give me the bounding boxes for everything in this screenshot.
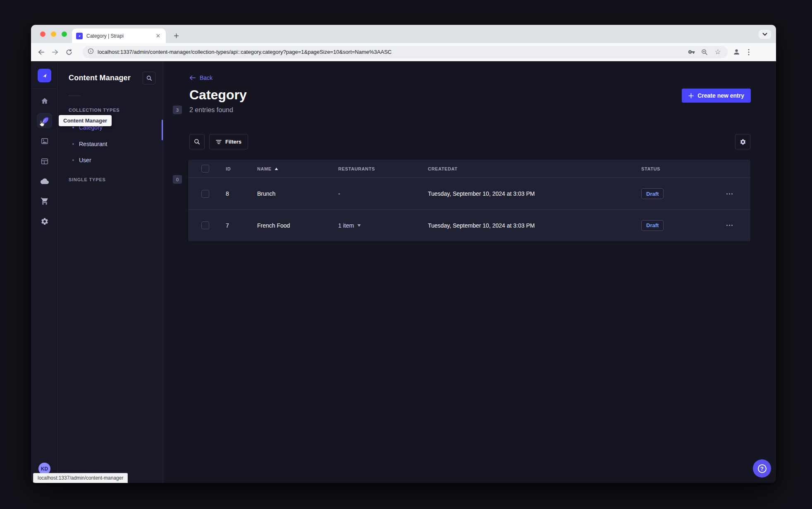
select-all-checkbox[interactable] — [201, 165, 209, 173]
subnav-divider — [69, 96, 81, 96]
minimize-window-button[interactable] — [51, 31, 56, 37]
subnav-search-button[interactable] — [143, 72, 155, 84]
tab-search-chevron-icon[interactable] — [759, 30, 771, 39]
cell-name: Brunch — [257, 190, 338, 197]
tab-close-icon[interactable] — [155, 32, 162, 39]
header-name[interactable]: NAME — [257, 166, 338, 171]
filters-button-label: Filters — [225, 139, 241, 145]
status-badge: Draft — [641, 188, 664, 199]
row-checkbox[interactable] — [201, 221, 209, 229]
passwords-key-icon[interactable] — [686, 47, 696, 57]
cell-restaurants-expand[interactable]: 1 item — [338, 222, 428, 229]
main-content: Back Category 2 entries found Create new… — [163, 62, 776, 483]
filters-button[interactable]: Filters — [209, 134, 248, 149]
strapi-app: KD Content Manager COLLECTION TYPES 3 Ca… — [31, 62, 776, 483]
cell-restaurants: - — [338, 190, 428, 197]
browser-tabstrip: Category | Strapi — [31, 25, 776, 43]
cell-id: 8 — [226, 190, 257, 197]
single-types-label: SINGLE TYPES — [69, 177, 106, 182]
header-createdat[interactable]: CREATEDAT — [428, 166, 641, 171]
cell-id: 7 — [226, 222, 257, 229]
subnav-item-label: User — [79, 157, 91, 163]
strapi-favicon-icon — [76, 33, 83, 39]
profile-avatar-icon[interactable] — [730, 46, 743, 58]
row-checkbox[interactable] — [201, 190, 209, 198]
browser-back-icon[interactable] — [35, 46, 47, 58]
subnav-item-user[interactable]: User — [69, 153, 155, 167]
filter-lines-icon — [216, 139, 222, 144]
rail-divider — [31, 88, 58, 89]
back-arrow-icon — [189, 75, 196, 81]
cloud-icon[interactable] — [37, 173, 52, 189]
question-mark-icon: ? — [758, 464, 767, 473]
table-row[interactable]: 7 French Food 1 item Tuesday, September … — [188, 209, 750, 241]
back-label: Back — [200, 74, 213, 81]
help-button[interactable]: ? — [753, 459, 771, 478]
table-header-row: ID NAME RESTAURANTS CREATEDAT STATUS — [188, 160, 750, 178]
row-actions-menu[interactable] — [724, 188, 735, 199]
close-window-button[interactable] — [40, 31, 45, 37]
home-icon[interactable] — [37, 93, 52, 108]
subnav-item-label: Restaurant — [79, 141, 107, 147]
settings-gear-icon[interactable] — [37, 214, 52, 229]
bullet-icon — [72, 143, 74, 145]
new-tab-button[interactable] — [171, 30, 182, 41]
header-id[interactable]: ID — [226, 166, 257, 171]
filters-row: Filters — [189, 134, 750, 149]
toolbar-right — [730, 46, 755, 58]
bullet-icon — [72, 127, 74, 128]
view-settings-button[interactable] — [735, 134, 750, 149]
url-text[interactable]: localhost:1337/admin/content-manager/col… — [98, 49, 683, 55]
marketplace-cart-icon[interactable] — [37, 193, 52, 209]
chevron-down-icon — [357, 224, 361, 227]
subnav-item-restaurant[interactable]: Restaurant — [69, 137, 155, 151]
browser-reload-icon[interactable] — [63, 46, 75, 58]
main-nav-rail: KD — [31, 62, 58, 483]
subnav-scroll-indicator — [162, 120, 163, 140]
plus-icon — [688, 93, 694, 98]
url-bar[interactable]: localhost:1337/admin/content-manager/col… — [83, 46, 728, 58]
browser-toolbar: localhost:1337/admin/content-manager/col… — [31, 43, 776, 61]
cell-createdat: Tuesday, September 10, 2024 at 3:03 PM — [428, 190, 641, 197]
sort-ascending-icon — [275, 168, 278, 170]
page-title: Category — [189, 87, 247, 103]
window-controls — [40, 31, 67, 37]
subnav-title: Content Manager — [69, 74, 131, 82]
status-badge: Draft — [641, 220, 664, 231]
row-actions-menu[interactable] — [724, 220, 735, 231]
cell-name: French Food — [257, 222, 338, 229]
pointer-hand-cursor — [38, 120, 45, 129]
browser-menu-icon[interactable] — [743, 46, 755, 58]
bullet-icon — [72, 159, 74, 161]
entries-count: 2 entries found — [189, 106, 233, 114]
table-row[interactable]: 8 Brunch - Tuesday, September 10, 2024 a… — [188, 178, 750, 209]
table-search-button[interactable] — [189, 134, 205, 149]
strapi-logo-icon[interactable] — [38, 69, 51, 82]
bookmark-star-icon[interactable]: ☆ — [713, 47, 723, 57]
create-new-entry-button[interactable]: Create new entry — [682, 89, 751, 103]
tab-title: Category | Strapi — [86, 33, 155, 39]
create-button-label: Create new entry — [697, 92, 744, 99]
zoom-in-icon[interactable] — [700, 47, 709, 57]
browser-forward-icon[interactable] — [49, 46, 61, 58]
header-restaurants: RESTAURANTS — [338, 166, 428, 171]
browser-status-bubble: localhost:1337/admin/content-manager — [33, 473, 128, 483]
media-library-icon[interactable] — [37, 133, 52, 149]
content-manager-tooltip: Content Manager — [59, 115, 112, 126]
cell-createdat: Tuesday, September 10, 2024 at 3:03 PM — [428, 222, 641, 229]
browser-window: Category | Strapi localhost:1337/admin/c… — [31, 25, 776, 483]
back-link[interactable]: Back — [189, 74, 213, 81]
site-info-icon[interactable] — [88, 48, 94, 56]
fullscreen-window-button[interactable] — [62, 31, 67, 37]
entries-table: ID NAME RESTAURANTS CREATEDAT STATUS 8 B… — [188, 160, 750, 241]
collection-types-label: COLLECTION TYPES — [69, 108, 119, 113]
browser-tab[interactable]: Category | Strapi — [72, 29, 166, 43]
header-status: STATUS — [641, 166, 721, 171]
content-type-builder-icon[interactable] — [37, 154, 52, 169]
